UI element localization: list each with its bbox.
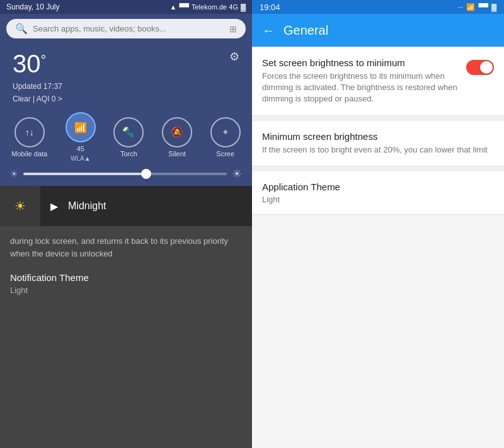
torch-circle: 🔦 [113, 117, 144, 147]
right-panel: 19:04 ··· 📶 ▀▀ ▓ ← General Set screen br… [252, 0, 504, 448]
notification-area: during lock screen, and returns it back … [0, 226, 252, 448]
status-bar-right: 19:04 ··· 📶 ▀▀ ▓ [252, 0, 504, 14]
screen-brightness-title: Set screen brightness to minimum [262, 57, 459, 68]
screen-icon: ⌖ [223, 127, 228, 137]
screen-brightness-toggle[interactable] [466, 60, 494, 75]
page-title: General [284, 23, 328, 38]
divider-2 [252, 166, 504, 171]
torch-icon: 🔦 [122, 126, 135, 138]
mobile-data-icon: ↑↓ [25, 127, 34, 137]
notif-body: during lock screen, and returns it back … [10, 235, 242, 260]
min-brightness-title: Minimum screen brightness [262, 131, 494, 142]
app-theme-text: Application Theme Light [262, 181, 494, 204]
toggle-screen[interactable]: ⌖ Scree [210, 117, 241, 158]
search-bar[interactable]: 🔍 ⊞ [6, 19, 246, 38]
battery-icon: ▓ [241, 3, 246, 11]
status-bar-left: Sunday, 10 July ▲ ▀▀ Telekom.de 4G ▓ [0, 0, 252, 14]
music-icon: ☀ [0, 186, 40, 226]
min-brightness-desc: If the screen is too bright even at 20%,… [262, 144, 494, 156]
divider-1 [252, 116, 504, 121]
sun-dim-icon: ☀ [10, 169, 18, 179]
notif-theme-title: Notification Theme [10, 272, 242, 283]
status-icons-right: ··· 📶 ▀▀ ▓ [457, 3, 496, 11]
date-label: Sunday, 10 July [6, 3, 60, 11]
app-theme-value: Light [262, 195, 494, 204]
setting-screen-brightness[interactable]: Set screen brightness to minimum Forces … [252, 47, 504, 116]
setting-min-brightness[interactable]: Minimum screen brightness If the screen … [252, 121, 504, 166]
weather-condition[interactable]: Clear | AQI 0 > [13, 95, 62, 103]
toggle-silent[interactable]: 🔕 Silent [162, 117, 192, 158]
settings-header: ← General [252, 14, 504, 47]
search-icon: 🔍 [15, 23, 28, 35]
wifi-label: 45 [77, 145, 84, 152]
time-label: 19:04 [260, 3, 280, 12]
status-icons-left: ▲ ▀▀ Telekom.de 4G ▓ [170, 3, 246, 11]
brightness-slider[interactable] [23, 173, 227, 175]
track-name: Midnight [68, 200, 252, 212]
left-panel: Sunday, 10 July ▲ ▀▀ Telekom.de 4G ▓ 🔍 ⊞… [0, 0, 252, 448]
wifi-status-icon: 📶 [466, 3, 475, 11]
silent-circle: 🔕 [162, 117, 192, 147]
brightness-preset-icon: ☀ [14, 198, 26, 214]
back-button[interactable]: ← [262, 23, 275, 38]
bell-icon: 🔕 [171, 126, 183, 138]
screen-brightness-desc: Forces the screen brightness to its mini… [262, 71, 459, 105]
quick-toggles: ↑↓ Mobile data 📶 45 WLA▲ 🔦 Torch 🔕 Silen… [0, 107, 252, 164]
wifi-icon: 📶 [74, 122, 87, 134]
setting-app-theme[interactable]: Application Theme Light [252, 171, 504, 215]
play-button[interactable]: ▶ [50, 200, 58, 212]
brightness-fill [23, 173, 146, 175]
wifi-signal-icon: ▲ [170, 3, 177, 11]
degree-symbol: ° [41, 52, 47, 69]
weather-updated: Updated 17:37 [13, 82, 62, 91]
carrier-label: Telekom.de 4G [192, 3, 238, 11]
brightness-thumb[interactable] [141, 169, 151, 179]
mobile-data-circle: ↑↓ [14, 117, 45, 147]
settings-content: Set screen brightness to minimum Forces … [252, 47, 504, 448]
weather-section: 30 ° Updated 17:37 Clear | AQI 0 > ⚙ [0, 43, 252, 107]
expand-icon[interactable]: ⊞ [229, 24, 237, 34]
notif-theme-value: Light [10, 285, 242, 295]
signal-bars-icon: ▀▀ [179, 3, 189, 11]
torch-label: Torch [120, 150, 137, 158]
brightness-row: ☀ ☀ [0, 164, 252, 186]
app-theme-title: Application Theme [262, 181, 494, 192]
toggle-wifi[interactable]: 📶 45 WLA▲ [66, 112, 96, 162]
now-playing: ☀ ▶ Midnight [0, 186, 252, 226]
silent-label: Silent [168, 150, 186, 158]
toggle-mobile-data[interactable]: ↑↓ Mobile data [11, 117, 47, 158]
min-brightness-text: Minimum screen brightness If the screen … [262, 131, 494, 156]
toggle-torch[interactable]: 🔦 Torch [113, 117, 144, 158]
dots-icon: ··· [457, 3, 463, 11]
mobile-data-label: Mobile data [11, 150, 47, 158]
wifi-sub-label: WLA▲ [71, 155, 91, 162]
screen-brightness-text: Set screen brightness to minimum Forces … [262, 57, 459, 105]
temperature: 30 [13, 50, 41, 78]
signal-status-icon: ▀▀ [478, 3, 488, 11]
sun-bright-icon: ☀ [232, 167, 242, 181]
battery-status-icon: ▓ [491, 3, 496, 11]
screen-circle: ⌖ [210, 117, 241, 147]
search-input[interactable] [33, 24, 224, 33]
screen-label: Scree [216, 150, 234, 158]
wifi-circle: 📶 [66, 112, 96, 142]
settings-gear-icon[interactable]: ⚙ [229, 50, 239, 64]
